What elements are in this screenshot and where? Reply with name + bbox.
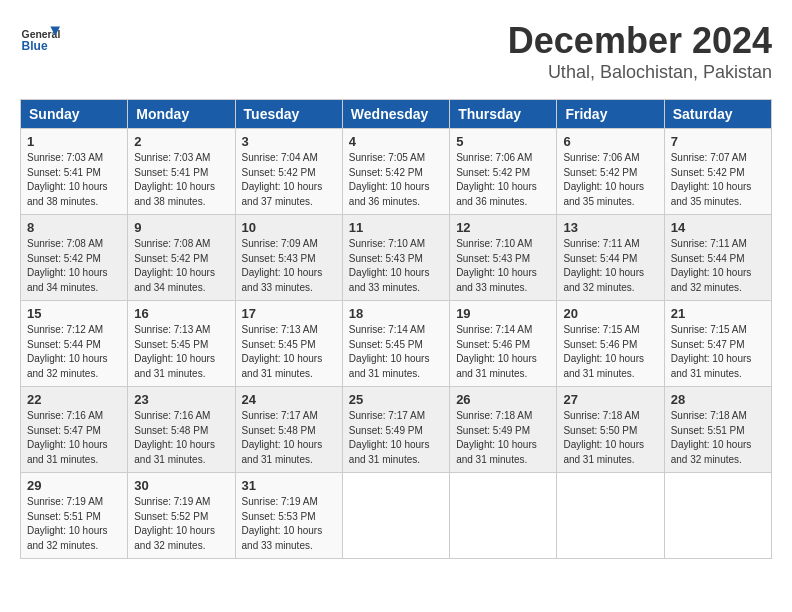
day-info: Sunrise: 7:11 AM Sunset: 5:44 PM Dayligh… bbox=[671, 237, 765, 295]
day-number: 5 bbox=[456, 134, 550, 149]
day-info: Sunrise: 7:08 AM Sunset: 5:42 PM Dayligh… bbox=[134, 237, 228, 295]
calendar-cell: 5Sunrise: 7:06 AM Sunset: 5:42 PM Daylig… bbox=[450, 129, 557, 215]
day-number: 31 bbox=[242, 478, 336, 493]
logo: General Blue bbox=[20, 20, 64, 60]
day-info: Sunrise: 7:07 AM Sunset: 5:42 PM Dayligh… bbox=[671, 151, 765, 209]
calendar: SundayMondayTuesdayWednesdayThursdayFrid… bbox=[20, 99, 772, 559]
day-number: 3 bbox=[242, 134, 336, 149]
calendar-cell: 31Sunrise: 7:19 AM Sunset: 5:53 PM Dayli… bbox=[235, 473, 342, 559]
day-info: Sunrise: 7:16 AM Sunset: 5:48 PM Dayligh… bbox=[134, 409, 228, 467]
day-info: Sunrise: 7:06 AM Sunset: 5:42 PM Dayligh… bbox=[456, 151, 550, 209]
calendar-cell: 23Sunrise: 7:16 AM Sunset: 5:48 PM Dayli… bbox=[128, 387, 235, 473]
header: General Blue December 2024 Uthal, Baloch… bbox=[20, 20, 772, 83]
day-number: 16 bbox=[134, 306, 228, 321]
calendar-cell bbox=[450, 473, 557, 559]
calendar-cell: 12Sunrise: 7:10 AM Sunset: 5:43 PM Dayli… bbox=[450, 215, 557, 301]
day-info: Sunrise: 7:11 AM Sunset: 5:44 PM Dayligh… bbox=[563, 237, 657, 295]
calendar-cell: 10Sunrise: 7:09 AM Sunset: 5:43 PM Dayli… bbox=[235, 215, 342, 301]
day-number: 1 bbox=[27, 134, 121, 149]
day-info: Sunrise: 7:12 AM Sunset: 5:44 PM Dayligh… bbox=[27, 323, 121, 381]
calendar-cell: 25Sunrise: 7:17 AM Sunset: 5:49 PM Dayli… bbox=[342, 387, 449, 473]
calendar-cell: 4Sunrise: 7:05 AM Sunset: 5:42 PM Daylig… bbox=[342, 129, 449, 215]
day-info: Sunrise: 7:15 AM Sunset: 5:46 PM Dayligh… bbox=[563, 323, 657, 381]
day-number: 9 bbox=[134, 220, 228, 235]
day-number: 25 bbox=[349, 392, 443, 407]
day-number: 17 bbox=[242, 306, 336, 321]
day-number: 26 bbox=[456, 392, 550, 407]
calendar-cell: 11Sunrise: 7:10 AM Sunset: 5:43 PM Dayli… bbox=[342, 215, 449, 301]
col-header-sunday: Sunday bbox=[21, 100, 128, 129]
calendar-cell: 29Sunrise: 7:19 AM Sunset: 5:51 PM Dayli… bbox=[21, 473, 128, 559]
col-header-thursday: Thursday bbox=[450, 100, 557, 129]
calendar-cell: 7Sunrise: 7:07 AM Sunset: 5:42 PM Daylig… bbox=[664, 129, 771, 215]
day-number: 11 bbox=[349, 220, 443, 235]
day-info: Sunrise: 7:08 AM Sunset: 5:42 PM Dayligh… bbox=[27, 237, 121, 295]
calendar-cell: 2Sunrise: 7:03 AM Sunset: 5:41 PM Daylig… bbox=[128, 129, 235, 215]
calendar-cell: 9Sunrise: 7:08 AM Sunset: 5:42 PM Daylig… bbox=[128, 215, 235, 301]
day-info: Sunrise: 7:19 AM Sunset: 5:52 PM Dayligh… bbox=[134, 495, 228, 553]
day-number: 23 bbox=[134, 392, 228, 407]
calendar-cell bbox=[557, 473, 664, 559]
calendar-cell: 20Sunrise: 7:15 AM Sunset: 5:46 PM Dayli… bbox=[557, 301, 664, 387]
day-number: 21 bbox=[671, 306, 765, 321]
calendar-week-row: 15Sunrise: 7:12 AM Sunset: 5:44 PM Dayli… bbox=[21, 301, 772, 387]
day-number: 15 bbox=[27, 306, 121, 321]
day-info: Sunrise: 7:06 AM Sunset: 5:42 PM Dayligh… bbox=[563, 151, 657, 209]
calendar-cell: 16Sunrise: 7:13 AM Sunset: 5:45 PM Dayli… bbox=[128, 301, 235, 387]
day-info: Sunrise: 7:15 AM Sunset: 5:47 PM Dayligh… bbox=[671, 323, 765, 381]
day-number: 20 bbox=[563, 306, 657, 321]
calendar-cell: 22Sunrise: 7:16 AM Sunset: 5:47 PM Dayli… bbox=[21, 387, 128, 473]
calendar-cell: 28Sunrise: 7:18 AM Sunset: 5:51 PM Dayli… bbox=[664, 387, 771, 473]
day-info: Sunrise: 7:13 AM Sunset: 5:45 PM Dayligh… bbox=[242, 323, 336, 381]
day-info: Sunrise: 7:17 AM Sunset: 5:48 PM Dayligh… bbox=[242, 409, 336, 467]
day-info: Sunrise: 7:19 AM Sunset: 5:53 PM Dayligh… bbox=[242, 495, 336, 553]
day-info: Sunrise: 7:19 AM Sunset: 5:51 PM Dayligh… bbox=[27, 495, 121, 553]
day-info: Sunrise: 7:17 AM Sunset: 5:49 PM Dayligh… bbox=[349, 409, 443, 467]
calendar-week-row: 22Sunrise: 7:16 AM Sunset: 5:47 PM Dayli… bbox=[21, 387, 772, 473]
calendar-cell: 24Sunrise: 7:17 AM Sunset: 5:48 PM Dayli… bbox=[235, 387, 342, 473]
calendar-week-row: 29Sunrise: 7:19 AM Sunset: 5:51 PM Dayli… bbox=[21, 473, 772, 559]
calendar-week-row: 1Sunrise: 7:03 AM Sunset: 5:41 PM Daylig… bbox=[21, 129, 772, 215]
day-info: Sunrise: 7:14 AM Sunset: 5:46 PM Dayligh… bbox=[456, 323, 550, 381]
day-info: Sunrise: 7:13 AM Sunset: 5:45 PM Dayligh… bbox=[134, 323, 228, 381]
day-number: 27 bbox=[563, 392, 657, 407]
day-number: 10 bbox=[242, 220, 336, 235]
calendar-cell: 19Sunrise: 7:14 AM Sunset: 5:46 PM Dayli… bbox=[450, 301, 557, 387]
day-info: Sunrise: 7:05 AM Sunset: 5:42 PM Dayligh… bbox=[349, 151, 443, 209]
calendar-cell: 14Sunrise: 7:11 AM Sunset: 5:44 PM Dayli… bbox=[664, 215, 771, 301]
calendar-cell: 17Sunrise: 7:13 AM Sunset: 5:45 PM Dayli… bbox=[235, 301, 342, 387]
day-info: Sunrise: 7:18 AM Sunset: 5:50 PM Dayligh… bbox=[563, 409, 657, 467]
calendar-cell: 8Sunrise: 7:08 AM Sunset: 5:42 PM Daylig… bbox=[21, 215, 128, 301]
calendar-cell: 30Sunrise: 7:19 AM Sunset: 5:52 PM Dayli… bbox=[128, 473, 235, 559]
day-info: Sunrise: 7:04 AM Sunset: 5:42 PM Dayligh… bbox=[242, 151, 336, 209]
calendar-cell: 1Sunrise: 7:03 AM Sunset: 5:41 PM Daylig… bbox=[21, 129, 128, 215]
day-number: 7 bbox=[671, 134, 765, 149]
day-info: Sunrise: 7:18 AM Sunset: 5:49 PM Dayligh… bbox=[456, 409, 550, 467]
day-number: 30 bbox=[134, 478, 228, 493]
calendar-cell bbox=[342, 473, 449, 559]
day-number: 8 bbox=[27, 220, 121, 235]
col-header-monday: Monday bbox=[128, 100, 235, 129]
calendar-cell: 6Sunrise: 7:06 AM Sunset: 5:42 PM Daylig… bbox=[557, 129, 664, 215]
calendar-cell: 13Sunrise: 7:11 AM Sunset: 5:44 PM Dayli… bbox=[557, 215, 664, 301]
page-title: December 2024 bbox=[508, 20, 772, 62]
col-header-tuesday: Tuesday bbox=[235, 100, 342, 129]
title-block: December 2024 Uthal, Balochistan, Pakist… bbox=[508, 20, 772, 83]
day-info: Sunrise: 7:03 AM Sunset: 5:41 PM Dayligh… bbox=[134, 151, 228, 209]
day-info: Sunrise: 7:03 AM Sunset: 5:41 PM Dayligh… bbox=[27, 151, 121, 209]
day-info: Sunrise: 7:10 AM Sunset: 5:43 PM Dayligh… bbox=[349, 237, 443, 295]
day-number: 2 bbox=[134, 134, 228, 149]
col-header-saturday: Saturday bbox=[664, 100, 771, 129]
day-number: 24 bbox=[242, 392, 336, 407]
day-number: 18 bbox=[349, 306, 443, 321]
col-header-friday: Friday bbox=[557, 100, 664, 129]
calendar-cell bbox=[664, 473, 771, 559]
day-number: 12 bbox=[456, 220, 550, 235]
calendar-cell: 21Sunrise: 7:15 AM Sunset: 5:47 PM Dayli… bbox=[664, 301, 771, 387]
col-header-wednesday: Wednesday bbox=[342, 100, 449, 129]
calendar-cell: 18Sunrise: 7:14 AM Sunset: 5:45 PM Dayli… bbox=[342, 301, 449, 387]
calendar-cell: 27Sunrise: 7:18 AM Sunset: 5:50 PM Dayli… bbox=[557, 387, 664, 473]
day-info: Sunrise: 7:16 AM Sunset: 5:47 PM Dayligh… bbox=[27, 409, 121, 467]
day-number: 28 bbox=[671, 392, 765, 407]
day-info: Sunrise: 7:10 AM Sunset: 5:43 PM Dayligh… bbox=[456, 237, 550, 295]
